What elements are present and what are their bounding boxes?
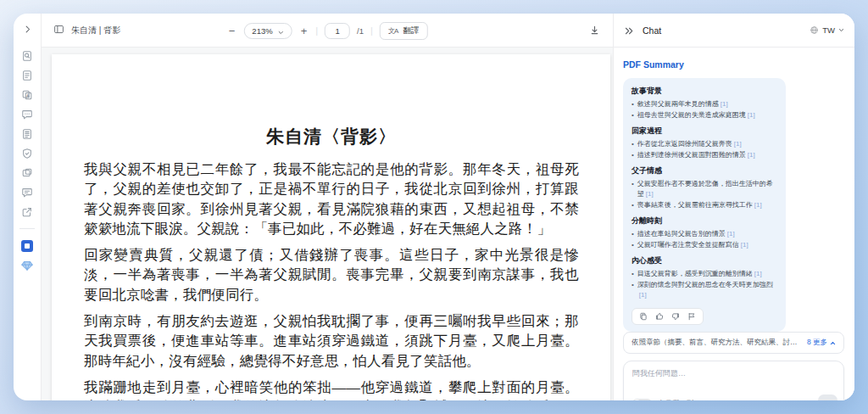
page-outline-icon: [21, 70, 33, 81]
citation-link[interactable]: [1]: [748, 151, 755, 159]
flag-icon[interactable]: [687, 312, 696, 321]
summary-bullet: 父親叮囑作者注意安全並提醒寫信[1]: [632, 240, 777, 250]
snapshot-icon: [21, 167, 33, 179]
globe-icon: [810, 25, 819, 35]
summary-bullet: 喪事結束後，父親需前往南京尋找工作[1]: [632, 200, 777, 210]
citation-link[interactable]: [1]: [727, 230, 735, 238]
citation-link[interactable]: [1]: [754, 201, 762, 209]
sidebar-tool-export[interactable]: [19, 205, 36, 218]
citation-link[interactable]: [1]: [639, 291, 647, 299]
search-document-icon: [21, 50, 33, 62]
zoom-out-button[interactable]: −: [227, 25, 237, 36]
pdf-page: 朱自清〈背影〉 我與父親不相見已二年餘了，我最不能忘記的是他的背影。那年冬天，祖…: [52, 54, 610, 400]
expand-sidebar-button[interactable]: [19, 20, 36, 37]
thumbs-down-icon[interactable]: [671, 312, 680, 321]
shield-check-icon: [21, 148, 33, 159]
left-tool-rail: A: [14, 14, 42, 400]
pdf-document-title: 朱自清〈背影〉: [84, 126, 579, 148]
sidebar-tool-comments[interactable]: [19, 108, 36, 120]
toolbar-separator: |: [370, 25, 373, 36]
summary-bullet: 祖母去世與父親的失業造成家庭困境[1]: [632, 110, 777, 120]
app-window: A 朱自清 | 背影 − 213% +: [14, 14, 854, 400]
summary-bullet: 敘述與父親兩年未見的情感[1]: [632, 99, 777, 109]
more-suggestions-button[interactable]: 8 更多: [807, 338, 836, 348]
pdf-paragraph: 回家變賣典質，父親還了債；又借錢辦了喪事。這些日子，家中光景很是慘淡，一半為著喪…: [84, 245, 579, 305]
chat-panel: Chat TW PDF Summary 故事背景 敘述與父親兩年未見的情感[1]…: [613, 14, 854, 400]
chevron-down-icon: [838, 27, 844, 33]
toolbar-separator: |: [315, 25, 318, 36]
download-button[interactable]: [587, 24, 601, 37]
thumbs-up-icon[interactable]: [655, 312, 664, 321]
download-icon: [589, 25, 600, 36]
suggested-prompt[interactable]: 依照章節（摘要、前言、研究方法、研究結果、討論）分別提供… 8 更多: [623, 332, 844, 354]
chevron-down-icon: [278, 28, 284, 34]
zoom-level-dropdown[interactable]: 213%: [243, 23, 292, 39]
citation-link[interactable]: [1]: [734, 140, 742, 148]
page-total-label: /1: [357, 26, 364, 36]
sidebar-tool-chat-pdf[interactable]: [19, 186, 36, 199]
summary-bullet: 父親安慰作者不要過於悲傷，指出生活中的希望[1]: [632, 179, 777, 199]
share-export-icon: [21, 206, 33, 218]
language-value: TW: [822, 25, 835, 35]
summary-section-title: 內心感受: [632, 255, 777, 266]
send-button[interactable]: [818, 394, 837, 400]
translate-button[interactable]: 文A 翻譯: [380, 22, 427, 40]
send-plane-icon: [823, 400, 832, 400]
toggle-outline-button[interactable]: [53, 24, 64, 36]
document-title: 朱自清 | 背影: [71, 25, 120, 36]
sidebar-tool-translate[interactable]: A: [19, 88, 36, 101]
summary-bullet: 描述在車站與父親告別的情景[1]: [632, 229, 777, 239]
premium-diamond-icon: [21, 260, 33, 271]
summary-section-title: 父子情感: [632, 165, 777, 176]
pdf-paragraph: 我蹣跚地走到月臺，心裡暗笑他的笨拙——他穿過鐵道，攀爬上對面的月臺。這時我看見他…: [84, 378, 579, 400]
pdf-scroll-area[interactable]: 朱自清〈背影〉 我與父親不相見已二年餘了，我最不能忘記的是他的背影。那年冬天，祖…: [42, 48, 613, 400]
citation-link[interactable]: [1]: [754, 270, 762, 277]
suggested-prompt-text: 依照章節（摘要、前言、研究方法、研究結果、討論）分別提供…: [632, 338, 802, 348]
citation-link[interactable]: [1]: [741, 241, 748, 249]
sidebar-tool-summary[interactable]: [19, 127, 36, 140]
zoom-in-button[interactable]: +: [299, 25, 309, 36]
chevron-right-icon: [23, 25, 32, 34]
copy-icon[interactable]: [639, 312, 648, 321]
citation-link[interactable]: [1]: [721, 100, 728, 108]
page-number-input[interactable]: 1: [325, 23, 350, 39]
chat-title: Chat: [643, 25, 661, 36]
pdf-summary-heading: PDF Summary: [623, 59, 844, 70]
sidebar-tool-snapshot[interactable]: [19, 166, 36, 179]
high-quality-model-label: 高品質模型: [658, 400, 694, 401]
chat-pdf-icon: [21, 187, 33, 199]
pdf-paragraph: 到南京時，有朋友約去遊逛，父親怕我耽擱了事，便再三囑咐我早些回來；那天我買票後，…: [84, 311, 579, 371]
translate-label: 翻譯: [403, 25, 419, 36]
summary-bullet: 目送父親背影，感受到沉重的離別情緒[1]: [632, 269, 777, 279]
citation-link[interactable]: [1]: [646, 190, 654, 198]
chat-header: Chat TW: [614, 14, 854, 48]
sidebar-tool-app-logo[interactable]: [19, 239, 36, 252]
summary-bullet: 描述到達徐州後父親面對困難的情景[1]: [632, 150, 777, 160]
sidebar-tool-premium[interactable]: [19, 259, 36, 271]
high-quality-model-toggle[interactable]: [632, 399, 653, 400]
collapse-chat-button[interactable]: [624, 25, 635, 36]
chat-input-card: 高品質模型: [623, 361, 844, 400]
summary-bullet: 作者從北京返回徐州隨父親奔喪[1]: [632, 139, 777, 149]
summary-section-title: 分離時刻: [632, 215, 777, 227]
pdf-viewer-column: 朱自清 | 背影 − 213% + | 1 /1 | 文A 翻譯: [42, 14, 613, 400]
summary-section-title: 故事背景: [632, 86, 777, 97]
rail-divider: [19, 228, 35, 229]
citation-link[interactable]: [1]: [748, 111, 755, 119]
zoom-level-value: 213%: [252, 26, 272, 36]
summary-document-icon: [21, 128, 33, 140]
chat-body: PDF Summary 故事背景 敘述與父親兩年未見的情感[1] 祖母去世與父親…: [614, 48, 854, 400]
summary-bullet: 深刻的懷念與對父親的思念在冬天時更加強烈[1]: [632, 280, 777, 300]
translate-pages-icon: A: [21, 89, 33, 101]
chevron-up-icon: [830, 340, 836, 346]
summary-section-title: 回家過程: [632, 126, 777, 137]
chat-input[interactable]: [624, 361, 843, 387]
language-dropdown[interactable]: TW: [810, 25, 844, 35]
sidebar-tool-outline[interactable]: [19, 69, 36, 81]
sidebar-tool-privacy[interactable]: [19, 147, 36, 159]
summary-message-card: 故事背景 敘述與父親兩年未見的情感[1] 祖母去世與父親的失業造成家庭困境[1]…: [623, 78, 786, 332]
app-logo-icon: [21, 240, 33, 252]
pdf-toolbar: 朱自清 | 背影 − 213% + | 1 /1 | 文A 翻譯: [42, 14, 613, 48]
sidebar-tool-search[interactable]: [19, 49, 36, 62]
double-chevron-right-icon: [624, 25, 635, 36]
